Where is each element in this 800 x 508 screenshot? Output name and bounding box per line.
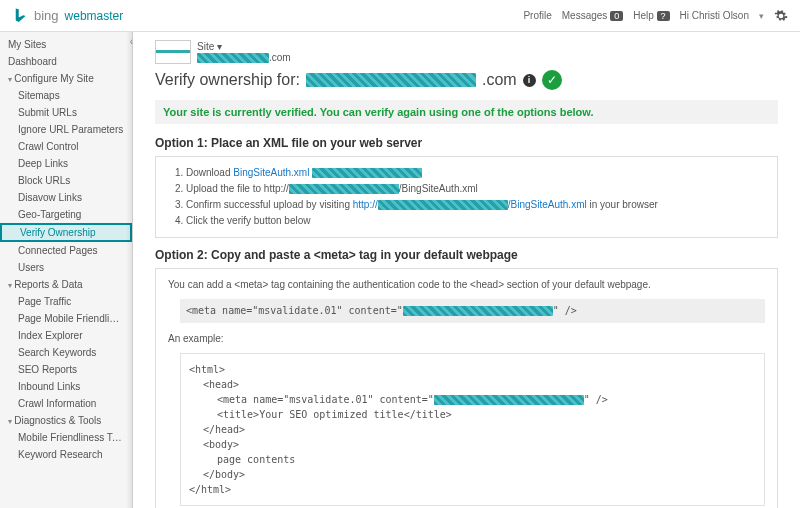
bing-icon [12,7,30,25]
meta-tag-code[interactable]: <meta name="msvalidate.01" content="" /> [180,299,765,323]
redacted-domain [306,73,476,87]
brand-name: bing [34,8,59,23]
status-banner: Your site is currently verified. You can… [155,100,778,124]
sidebar-item-inbound[interactable]: Inbound Links [0,378,132,395]
sidebar-item-connected[interactable]: Connected Pages [0,242,132,259]
sidebar-item-block-urls[interactable]: Block URLs [0,172,132,189]
site-dropdown[interactable]: Site ▾ [197,41,291,52]
nav-messages[interactable]: Messages 0 [562,10,623,21]
messages-badge: 0 [610,11,623,21]
sidebar-item-mobile-test[interactable]: Mobile Friendliness Test [0,429,132,446]
sidebar-item-reports[interactable]: Reports & Data [0,276,132,293]
site-url: .com [197,52,291,63]
download-link[interactable]: BingSiteAuth.xml [233,167,309,178]
nav-profile[interactable]: Profile [523,10,551,21]
sidebar-item-search-kw[interactable]: Search Keywords [0,344,132,361]
option2-heading: Option 2: Copy and paste a <meta> tag in… [155,248,778,262]
sidebar-item-disavow[interactable]: Disavow Links [0,189,132,206]
site-thumbnail [155,40,191,64]
greeting: Hi Christi Olson [680,10,749,21]
confirm-link[interactable]: http:///BingSiteAuth.xml [353,199,587,210]
sidebar-item-kw-research[interactable]: Keyword Research [0,446,132,463]
help-badge: ? [657,11,670,21]
sidebar-item-diag[interactable]: Diagnostics & Tools [0,412,132,429]
page-title: Verify ownership for: .com i ✓ [155,70,778,90]
checkmark-icon: ✓ [542,70,562,90]
option1-box: Download BingSiteAuth.xml Upload the fil… [155,156,778,238]
sidebar-item-configure[interactable]: Configure My Site [0,70,132,87]
chevron-down-icon[interactable]: ▾ [759,11,764,21]
sidebar-item-crawl-info[interactable]: Crawl Information [0,395,132,412]
sidebar-item-index-exp[interactable]: Index Explorer [0,327,132,344]
option2-box: You can add a <meta> tag containing the … [155,268,778,508]
sidebar-item-users[interactable]: Users [0,259,132,276]
opt1-step3: Confirm successful upload by visiting ht… [186,197,765,213]
opt2-intro: You can add a <meta> tag containing the … [168,277,765,293]
sidebar-item-dashboard[interactable]: Dashboard [0,53,132,70]
example-label: An example: [168,331,765,347]
opt1-step2: Upload the file to http:///BingSiteAuth.… [186,181,765,197]
main-content: Site ▾ .com Verify ownership for: .com i… [133,32,800,508]
sidebar-item-ignore-url[interactable]: Ignore URL Parameters [0,121,132,138]
sidebar-item-crawl-control[interactable]: Crawl Control [0,138,132,155]
app-header: bing webmaster Profile Messages 0 Help ?… [0,0,800,32]
sidebar-item-seo-rep[interactable]: SEO Reports [0,361,132,378]
sidebar-item-my-sites[interactable]: My Sites [0,36,132,53]
sidebar: ‹ My SitesDashboardConfigure My SiteSite… [0,32,133,508]
site-header: Site ▾ .com [155,40,778,64]
sidebar-item-mobile-friend[interactable]: Page Mobile Friendliness [0,310,132,327]
product-name: webmaster [65,9,124,23]
sidebar-item-submit-urls[interactable]: Submit URLs [0,104,132,121]
collapse-icon[interactable]: ‹ [130,36,133,47]
sidebar-item-sitemaps[interactable]: Sitemaps [0,87,132,104]
sidebar-item-verify[interactable]: Verify Ownership [0,223,132,242]
option1-heading: Option 1: Place an XML file on your web … [155,136,778,150]
sidebar-item-deep-links[interactable]: Deep Links [0,155,132,172]
header-nav: Profile Messages 0 Help ? Hi Christi Ols… [523,9,788,23]
info-icon[interactable]: i [523,74,536,87]
opt1-step1: Download BingSiteAuth.xml [186,165,765,181]
opt1-step4: Click the verify button below [186,213,765,229]
brand-logo[interactable]: bing webmaster [12,7,123,25]
nav-help[interactable]: Help ? [633,10,669,21]
gear-icon[interactable] [774,9,788,23]
code-example: <html> <head> <meta name="msvalidate.01"… [180,353,765,506]
sidebar-item-geo[interactable]: Geo-Targeting [0,206,132,223]
sidebar-item-traffic[interactable]: Page Traffic [0,293,132,310]
